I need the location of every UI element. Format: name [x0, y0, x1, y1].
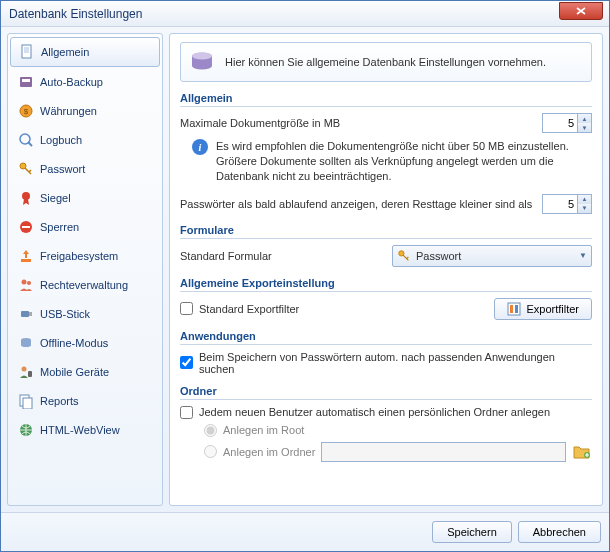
svg-point-22	[192, 53, 212, 60]
info-text: Es wird empfohlen die Dokumentengröße ni…	[216, 139, 592, 184]
svg-rect-13	[21, 311, 29, 317]
max-doc-spinner[interactable]: ▲▼	[542, 113, 592, 133]
seal-icon	[18, 190, 34, 206]
auto-folder-checkbox[interactable]	[180, 406, 193, 419]
usb-icon	[18, 306, 34, 322]
key-icon	[18, 161, 34, 177]
titlebar: Datenbank Einstellungen	[1, 1, 609, 27]
dialog-body: Allgemein Auto-Backup $ Währungen Logbuc…	[1, 27, 609, 512]
auto-folder-label: Jedem neuen Benutzer automatisch einen p…	[199, 406, 550, 418]
section-ordner-title: Ordner	[180, 385, 592, 400]
sidebar-item-rechte[interactable]: Rechteverwaltung	[10, 271, 160, 299]
pwd-expire-input[interactable]	[543, 195, 577, 213]
sidebar-item-label: Siegel	[40, 192, 71, 204]
svg-rect-10	[21, 259, 31, 262]
sidebar-item-label: Währungen	[40, 105, 97, 117]
sidebar-item-label: USB-Stick	[40, 308, 90, 320]
sidebar-item-siegel[interactable]: Siegel	[10, 184, 160, 212]
save-button-label: Speichern	[447, 526, 497, 538]
sidebar-item-label: Freigabesystem	[40, 250, 118, 262]
sidebar-item-label: Logbuch	[40, 134, 82, 146]
svg-rect-17	[28, 371, 32, 377]
info-banner: Hier können Sie allgemeine Datenbank Ein…	[180, 42, 592, 82]
spinner-up-icon[interactable]: ▲	[578, 114, 591, 123]
key-icon	[397, 249, 411, 263]
dialog-window: Datenbank Einstellungen Allgemein Auto-B…	[0, 0, 610, 552]
spinner-down-icon[interactable]: ▼	[578, 123, 591, 132]
backup-icon	[18, 74, 34, 90]
folder-icon	[573, 444, 591, 460]
section-formulare-title: Formulare	[180, 224, 592, 239]
banner-text: Hier können Sie allgemeine Datenbank Ein…	[225, 56, 546, 68]
exportfilter-button[interactable]: Exportfilter	[494, 298, 592, 320]
sidebar-item-offline[interactable]: Offline-Modus	[10, 329, 160, 357]
sidebar-item-autobackup[interactable]: Auto-Backup	[10, 68, 160, 96]
sidebar-item-reports[interactable]: Reports	[10, 387, 160, 415]
svg-rect-25	[510, 305, 513, 313]
svg-point-12	[27, 281, 31, 285]
section-export-title: Allgemeine Exporteinstellung	[180, 277, 592, 292]
pwd-expire-spinner[interactable]: ▲▼	[542, 194, 592, 214]
sidebar-item-waehrungen[interactable]: $ Währungen	[10, 97, 160, 125]
sidebar-item-label: Allgemein	[41, 46, 89, 58]
max-doc-input[interactable]	[543, 114, 577, 132]
cancel-button[interactable]: Abbrechen	[518, 521, 601, 543]
sidebar-item-usb[interactable]: USB-Stick	[10, 300, 160, 328]
doc-icon	[19, 44, 35, 60]
svg-rect-19	[23, 398, 32, 409]
sidebar-item-sperren[interactable]: Sperren	[10, 213, 160, 241]
dialog-footer: Speichern Abbrechen	[1, 512, 609, 551]
root-radio[interactable]	[204, 424, 217, 437]
close-icon	[576, 7, 586, 15]
reports-icon	[18, 393, 34, 409]
sidebar: Allgemein Auto-Backup $ Währungen Logbuc…	[7, 33, 163, 506]
svg-rect-9	[22, 226, 30, 228]
std-exportfilter-checkbox[interactable]	[180, 302, 193, 315]
section-allgemein-title: Allgemein	[180, 92, 592, 107]
sidebar-item-logbuch[interactable]: Logbuch	[10, 126, 160, 154]
mobile-icon	[18, 364, 34, 380]
filter-icon	[507, 302, 521, 316]
sidebar-item-mobile[interactable]: Mobile Geräte	[10, 358, 160, 386]
svg-point-7	[22, 192, 30, 200]
close-button[interactable]	[559, 2, 603, 20]
main-panel: Hier können Sie allgemeine Datenbank Ein…	[169, 33, 603, 506]
max-doc-label: Maximale Dokumentgröße in MB	[180, 117, 536, 129]
window-title: Datenbank Einstellungen	[9, 7, 142, 21]
offline-icon	[18, 335, 34, 351]
svg-point-11	[22, 280, 27, 285]
sidebar-item-label: Sperren	[40, 221, 79, 233]
auto-search-checkbox[interactable]	[180, 356, 193, 369]
save-button[interactable]: Speichern	[432, 521, 512, 543]
svg-rect-2	[22, 79, 30, 82]
sidebar-item-label: Rechteverwaltung	[40, 279, 128, 291]
block-icon	[18, 219, 34, 235]
sidebar-item-passwort[interactable]: Passwort	[10, 155, 160, 183]
ordner-radio-label: Anlegen im Ordner	[223, 446, 315, 458]
ordner-radio[interactable]	[204, 445, 217, 458]
root-radio-label: Anlegen im Root	[223, 424, 304, 436]
sidebar-item-webview[interactable]: HTML-WebView	[10, 416, 160, 444]
svg-rect-24	[508, 303, 520, 315]
cancel-button-label: Abbrechen	[533, 526, 586, 538]
pwd-expire-label: Passwörter als bald ablaufend anzeigen, …	[180, 198, 536, 210]
web-icon	[18, 422, 34, 438]
sidebar-item-label: Reports	[40, 395, 79, 407]
info-icon: i	[192, 139, 208, 155]
sidebar-item-label: Passwort	[40, 163, 85, 175]
sidebar-item-freigabe[interactable]: Freigabesystem	[10, 242, 160, 270]
browse-folder-button[interactable]	[572, 442, 592, 462]
svg-rect-26	[515, 305, 518, 313]
spinner-up-icon[interactable]: ▲	[578, 195, 591, 204]
sidebar-item-allgemein[interactable]: Allgemein	[10, 37, 160, 67]
ordner-path-input[interactable]	[321, 442, 566, 462]
sidebar-item-label: Mobile Geräte	[40, 366, 109, 378]
std-form-combo[interactable]: Passwort ▼	[392, 245, 592, 267]
users-icon	[18, 277, 34, 293]
sidebar-item-label: HTML-WebView	[40, 424, 120, 436]
log-icon	[18, 132, 34, 148]
svg-rect-14	[29, 312, 32, 316]
spinner-down-icon[interactable]: ▼	[578, 204, 591, 213]
combo-value: Passwort	[416, 250, 461, 262]
database-icon	[189, 51, 215, 73]
